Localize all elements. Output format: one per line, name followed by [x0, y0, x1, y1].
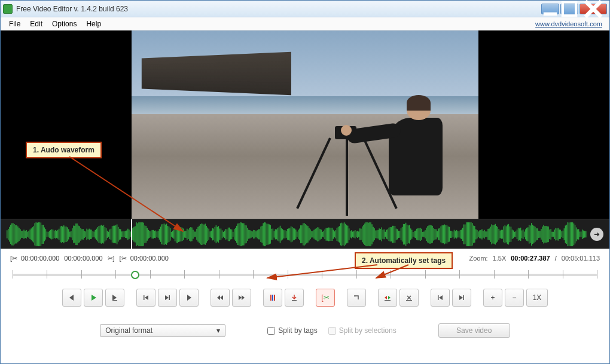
maximize-button[interactable]	[560, 4, 578, 14]
go-to-start-button[interactable]	[431, 289, 450, 307]
bracket-scissor-open-icon: [✂	[120, 255, 127, 262]
svg-rect-10	[16, 225, 17, 243]
cut-selection-button[interactable]: [✂	[316, 289, 335, 307]
svg-rect-411	[501, 230, 502, 238]
audio-waveform[interactable]: ➜	[1, 219, 609, 249]
prev-clip-button[interactable]	[62, 289, 81, 307]
svg-rect-326	[398, 231, 399, 238]
svg-rect-486	[144, 295, 145, 300]
minimize-button[interactable]	[541, 4, 559, 14]
menu-options[interactable]: Options	[47, 18, 81, 30]
svg-rect-360	[439, 228, 440, 240]
timeline-playhead[interactable]	[131, 271, 139, 279]
set-markers-button[interactable]	[263, 289, 282, 307]
svg-rect-9	[15, 225, 16, 243]
close-button[interactable]	[580, 4, 607, 14]
svg-marker-506	[459, 295, 463, 300]
svg-rect-3	[8, 228, 9, 239]
svg-rect-450	[548, 226, 549, 241]
svg-rect-236	[289, 228, 291, 240]
svg-rect-282	[345, 224, 346, 244]
fast-forward-button[interactable]	[232, 289, 251, 307]
svg-rect-344	[420, 227, 421, 240]
svg-rect-447	[544, 226, 545, 243]
svg-rect-103	[129, 230, 130, 238]
annotation-1: 1. Audo waveform	[26, 142, 102, 158]
menu-help[interactable]: Help	[81, 18, 106, 30]
svg-rect-11	[17, 226, 19, 242]
svg-marker-487	[145, 295, 148, 300]
go-to-end-button[interactable]	[452, 289, 471, 307]
svg-rect-416	[507, 224, 508, 244]
next-clip-button[interactable]	[179, 289, 199, 307]
svg-rect-407	[496, 226, 497, 243]
titlebar[interactable]: Free Video Editor v. 1.4.2 build 623	[1, 1, 609, 17]
svg-rect-248	[304, 223, 305, 245]
svg-rect-133	[165, 224, 166, 244]
svg-rect-157	[194, 231, 195, 237]
svg-rect-335	[409, 225, 410, 243]
save-video-button[interactable]: Save video	[438, 323, 510, 338]
zoom-out-button[interactable]: −	[505, 289, 524, 307]
svg-rect-77	[97, 227, 99, 241]
split-by-tags-input[interactable]	[267, 327, 275, 335]
zoom-reset-button[interactable]: 1X	[526, 289, 548, 307]
svg-rect-146	[181, 227, 182, 241]
svg-marker-490	[187, 295, 191, 301]
prev-frame-button[interactable]	[136, 289, 155, 307]
svg-rect-320	[391, 227, 392, 241]
svg-rect-95	[119, 228, 120, 239]
bracket-scissor-close-icon: ✂]	[108, 255, 115, 262]
svg-rect-93	[117, 224, 118, 244]
site-link[interactable]: www.dvdvideosoft.com	[535, 20, 606, 27]
svg-rect-191	[235, 228, 236, 241]
svg-rect-194	[239, 223, 240, 246]
play-button[interactable]	[84, 289, 103, 307]
svg-rect-186	[229, 227, 230, 241]
trim-in-button[interactable]	[378, 289, 397, 307]
svg-rect-357	[435, 229, 437, 239]
svg-rect-316	[386, 230, 388, 238]
svg-rect-44	[57, 230, 59, 238]
svg-rect-80	[101, 225, 102, 244]
svg-rect-467	[569, 222, 570, 246]
svg-rect-2	[7, 230, 8, 238]
menu-file[interactable]: File	[4, 18, 25, 30]
svg-rect-185	[228, 227, 229, 241]
svg-rect-25	[34, 223, 35, 245]
svg-rect-393	[479, 230, 480, 238]
output-format-select[interactable]: Original format ▾	[100, 324, 225, 337]
svg-rect-374	[456, 230, 458, 238]
svg-rect-457	[556, 228, 557, 240]
svg-rect-485	[112, 300, 117, 301]
timeline[interactable]	[1, 268, 609, 283]
menu-edit[interactable]: Edit	[25, 18, 47, 30]
zoom-in-button[interactable]: +	[483, 289, 502, 307]
play-to-end-button[interactable]	[105, 289, 124, 307]
svg-rect-241	[295, 230, 297, 239]
svg-rect-240	[294, 228, 295, 240]
svg-rect-386	[471, 222, 472, 246]
svg-rect-26	[36, 222, 37, 246]
delete-selection-button[interactable]	[399, 289, 419, 307]
svg-rect-202	[248, 230, 249, 238]
svg-rect-98	[123, 231, 124, 237]
waveform-scroll-right-button[interactable]: ➜	[590, 228, 603, 241]
download-marker-button[interactable]	[285, 289, 304, 307]
window-title: Free Video Editor v. 1.4.2 build 623	[16, 5, 541, 13]
next-frame-button[interactable]	[158, 289, 177, 307]
svg-rect-219	[269, 224, 270, 244]
svg-rect-415	[506, 226, 507, 242]
svg-marker-501	[388, 296, 391, 299]
svg-rect-441	[537, 228, 538, 240]
rewind-button[interactable]	[211, 289, 230, 307]
video-preview[interactable]	[1, 30, 609, 219]
split-by-tags-checkbox[interactable]: Split by tags	[267, 326, 317, 335]
svg-rect-82	[103, 225, 105, 243]
svg-rect-67	[85, 231, 86, 237]
svg-rect-231	[283, 230, 285, 238]
svg-rect-504	[438, 295, 439, 300]
svg-rect-212	[260, 227, 261, 242]
svg-rect-368	[449, 227, 450, 241]
rotate-button[interactable]	[347, 289, 366, 307]
